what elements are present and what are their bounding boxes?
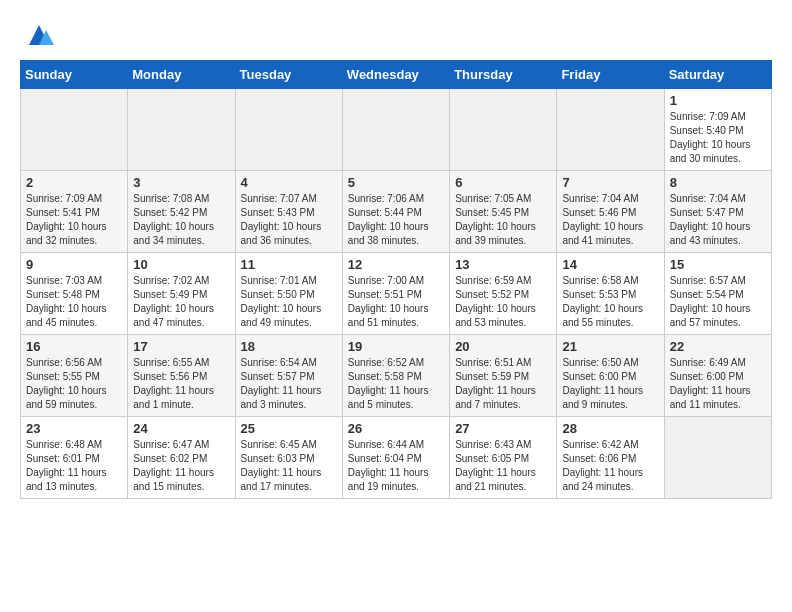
day-info: Sunrise: 6:47 AM Sunset: 6:02 PM Dayligh… xyxy=(133,438,229,494)
calendar-cell: 25Sunrise: 6:45 AM Sunset: 6:03 PM Dayli… xyxy=(235,417,342,499)
calendar-cell: 27Sunrise: 6:43 AM Sunset: 6:05 PM Dayli… xyxy=(450,417,557,499)
day-info: Sunrise: 6:42 AM Sunset: 6:06 PM Dayligh… xyxy=(562,438,658,494)
calendar-cell: 1Sunrise: 7:09 AM Sunset: 5:40 PM Daylig… xyxy=(664,89,771,171)
calendar-week-4: 16Sunrise: 6:56 AM Sunset: 5:55 PM Dayli… xyxy=(21,335,772,417)
day-number: 26 xyxy=(348,421,444,436)
calendar-cell: 24Sunrise: 6:47 AM Sunset: 6:02 PM Dayli… xyxy=(128,417,235,499)
day-info: Sunrise: 7:04 AM Sunset: 5:46 PM Dayligh… xyxy=(562,192,658,248)
day-number: 21 xyxy=(562,339,658,354)
calendar-cell: 26Sunrise: 6:44 AM Sunset: 6:04 PM Dayli… xyxy=(342,417,449,499)
day-number: 1 xyxy=(670,93,766,108)
day-info: Sunrise: 6:59 AM Sunset: 5:52 PM Dayligh… xyxy=(455,274,551,330)
day-info: Sunrise: 6:43 AM Sunset: 6:05 PM Dayligh… xyxy=(455,438,551,494)
page-header xyxy=(20,20,772,50)
day-number: 11 xyxy=(241,257,337,272)
day-number: 18 xyxy=(241,339,337,354)
calendar-table: SundayMondayTuesdayWednesdayThursdayFrid… xyxy=(20,60,772,499)
calendar-cell xyxy=(557,89,664,171)
day-number: 8 xyxy=(670,175,766,190)
weekday-header-sunday: Sunday xyxy=(21,61,128,89)
calendar-week-2: 2Sunrise: 7:09 AM Sunset: 5:41 PM Daylig… xyxy=(21,171,772,253)
day-number: 9 xyxy=(26,257,122,272)
day-info: Sunrise: 6:49 AM Sunset: 6:00 PM Dayligh… xyxy=(670,356,766,412)
calendar-cell xyxy=(21,89,128,171)
calendar-cell xyxy=(235,89,342,171)
calendar-cell: 12Sunrise: 7:00 AM Sunset: 5:51 PM Dayli… xyxy=(342,253,449,335)
weekday-header-thursday: Thursday xyxy=(450,61,557,89)
day-info: Sunrise: 6:51 AM Sunset: 5:59 PM Dayligh… xyxy=(455,356,551,412)
day-info: Sunrise: 7:06 AM Sunset: 5:44 PM Dayligh… xyxy=(348,192,444,248)
calendar-cell: 15Sunrise: 6:57 AM Sunset: 5:54 PM Dayli… xyxy=(664,253,771,335)
day-info: Sunrise: 7:02 AM Sunset: 5:49 PM Dayligh… xyxy=(133,274,229,330)
day-info: Sunrise: 7:00 AM Sunset: 5:51 PM Dayligh… xyxy=(348,274,444,330)
calendar-cell: 6Sunrise: 7:05 AM Sunset: 5:45 PM Daylig… xyxy=(450,171,557,253)
day-number: 12 xyxy=(348,257,444,272)
calendar-cell: 11Sunrise: 7:01 AM Sunset: 5:50 PM Dayli… xyxy=(235,253,342,335)
calendar-cell: 5Sunrise: 7:06 AM Sunset: 5:44 PM Daylig… xyxy=(342,171,449,253)
day-number: 2 xyxy=(26,175,122,190)
calendar-week-1: 1Sunrise: 7:09 AM Sunset: 5:40 PM Daylig… xyxy=(21,89,772,171)
calendar-cell: 20Sunrise: 6:51 AM Sunset: 5:59 PM Dayli… xyxy=(450,335,557,417)
calendar-cell: 19Sunrise: 6:52 AM Sunset: 5:58 PM Dayli… xyxy=(342,335,449,417)
day-number: 22 xyxy=(670,339,766,354)
day-number: 19 xyxy=(348,339,444,354)
day-info: Sunrise: 7:09 AM Sunset: 5:40 PM Dayligh… xyxy=(670,110,766,166)
day-info: Sunrise: 6:57 AM Sunset: 5:54 PM Dayligh… xyxy=(670,274,766,330)
day-info: Sunrise: 6:54 AM Sunset: 5:57 PM Dayligh… xyxy=(241,356,337,412)
day-info: Sunrise: 6:55 AM Sunset: 5:56 PM Dayligh… xyxy=(133,356,229,412)
calendar-cell: 23Sunrise: 6:48 AM Sunset: 6:01 PM Dayli… xyxy=(21,417,128,499)
day-number: 4 xyxy=(241,175,337,190)
calendar-week-3: 9Sunrise: 7:03 AM Sunset: 5:48 PM Daylig… xyxy=(21,253,772,335)
calendar-cell: 2Sunrise: 7:09 AM Sunset: 5:41 PM Daylig… xyxy=(21,171,128,253)
day-number: 16 xyxy=(26,339,122,354)
day-number: 25 xyxy=(241,421,337,436)
calendar-cell: 9Sunrise: 7:03 AM Sunset: 5:48 PM Daylig… xyxy=(21,253,128,335)
weekday-header-friday: Friday xyxy=(557,61,664,89)
weekday-row: SundayMondayTuesdayWednesdayThursdayFrid… xyxy=(21,61,772,89)
calendar-week-5: 23Sunrise: 6:48 AM Sunset: 6:01 PM Dayli… xyxy=(21,417,772,499)
day-number: 27 xyxy=(455,421,551,436)
day-number: 24 xyxy=(133,421,229,436)
calendar-cell: 17Sunrise: 6:55 AM Sunset: 5:56 PM Dayli… xyxy=(128,335,235,417)
calendar-cell: 8Sunrise: 7:04 AM Sunset: 5:47 PM Daylig… xyxy=(664,171,771,253)
day-number: 20 xyxy=(455,339,551,354)
weekday-header-saturday: Saturday xyxy=(664,61,771,89)
weekday-header-monday: Monday xyxy=(128,61,235,89)
logo xyxy=(20,20,54,50)
calendar-cell xyxy=(342,89,449,171)
day-info: Sunrise: 7:04 AM Sunset: 5:47 PM Dayligh… xyxy=(670,192,766,248)
day-number: 23 xyxy=(26,421,122,436)
calendar-cell: 14Sunrise: 6:58 AM Sunset: 5:53 PM Dayli… xyxy=(557,253,664,335)
day-info: Sunrise: 7:09 AM Sunset: 5:41 PM Dayligh… xyxy=(26,192,122,248)
calendar-cell xyxy=(450,89,557,171)
day-number: 7 xyxy=(562,175,658,190)
weekday-header-wednesday: Wednesday xyxy=(342,61,449,89)
calendar-cell: 13Sunrise: 6:59 AM Sunset: 5:52 PM Dayli… xyxy=(450,253,557,335)
day-number: 15 xyxy=(670,257,766,272)
calendar-cell: 21Sunrise: 6:50 AM Sunset: 6:00 PM Dayli… xyxy=(557,335,664,417)
day-info: Sunrise: 7:05 AM Sunset: 5:45 PM Dayligh… xyxy=(455,192,551,248)
day-info: Sunrise: 6:45 AM Sunset: 6:03 PM Dayligh… xyxy=(241,438,337,494)
day-info: Sunrise: 6:48 AM Sunset: 6:01 PM Dayligh… xyxy=(26,438,122,494)
day-info: Sunrise: 6:58 AM Sunset: 5:53 PM Dayligh… xyxy=(562,274,658,330)
day-info: Sunrise: 6:50 AM Sunset: 6:00 PM Dayligh… xyxy=(562,356,658,412)
day-info: Sunrise: 7:07 AM Sunset: 5:43 PM Dayligh… xyxy=(241,192,337,248)
weekday-header-tuesday: Tuesday xyxy=(235,61,342,89)
day-info: Sunrise: 6:44 AM Sunset: 6:04 PM Dayligh… xyxy=(348,438,444,494)
calendar-cell: 22Sunrise: 6:49 AM Sunset: 6:00 PM Dayli… xyxy=(664,335,771,417)
day-info: Sunrise: 7:08 AM Sunset: 5:42 PM Dayligh… xyxy=(133,192,229,248)
calendar-header: SundayMondayTuesdayWednesdayThursdayFrid… xyxy=(21,61,772,89)
day-number: 3 xyxy=(133,175,229,190)
day-number: 5 xyxy=(348,175,444,190)
calendar-cell: 28Sunrise: 6:42 AM Sunset: 6:06 PM Dayli… xyxy=(557,417,664,499)
calendar-cell: 4Sunrise: 7:07 AM Sunset: 5:43 PM Daylig… xyxy=(235,171,342,253)
calendar-cell: 16Sunrise: 6:56 AM Sunset: 5:55 PM Dayli… xyxy=(21,335,128,417)
day-number: 6 xyxy=(455,175,551,190)
calendar-cell: 18Sunrise: 6:54 AM Sunset: 5:57 PM Dayli… xyxy=(235,335,342,417)
day-number: 17 xyxy=(133,339,229,354)
calendar-body: 1Sunrise: 7:09 AM Sunset: 5:40 PM Daylig… xyxy=(21,89,772,499)
day-info: Sunrise: 7:03 AM Sunset: 5:48 PM Dayligh… xyxy=(26,274,122,330)
calendar-cell: 3Sunrise: 7:08 AM Sunset: 5:42 PM Daylig… xyxy=(128,171,235,253)
day-info: Sunrise: 6:52 AM Sunset: 5:58 PM Dayligh… xyxy=(348,356,444,412)
calendar-cell xyxy=(664,417,771,499)
